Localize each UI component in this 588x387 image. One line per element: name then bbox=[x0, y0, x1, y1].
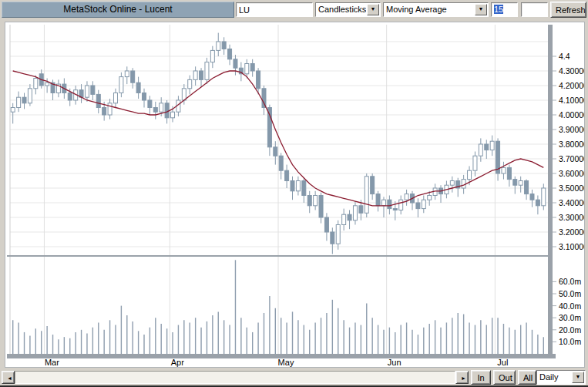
scrollbar-right-button[interactable]: ► bbox=[455, 371, 469, 384]
candle-body bbox=[302, 181, 306, 196]
candle-body bbox=[274, 147, 277, 156]
candle-body bbox=[85, 86, 89, 97]
bottom-toolbar: ◄ ► In Out All Daily ▼ bbox=[0, 368, 588, 387]
volume-axis-label: 10.0m bbox=[559, 337, 581, 346]
month-label: Jul bbox=[497, 358, 508, 367]
right-axis-strip bbox=[548, 25, 553, 358]
indicator-select[interactable]: Moving Average ▼ bbox=[383, 2, 489, 17]
candle-body bbox=[473, 156, 477, 170]
candle-body bbox=[376, 194, 380, 206]
candle-body bbox=[405, 194, 408, 200]
interval-value: Daily bbox=[537, 371, 571, 384]
candle-body bbox=[125, 71, 129, 77]
candle-body bbox=[267, 108, 271, 147]
month-label: Mar bbox=[45, 358, 59, 367]
candle-body bbox=[399, 200, 403, 210]
chevron-down-icon[interactable]: ▼ bbox=[475, 4, 487, 15]
candle-body bbox=[336, 225, 340, 244]
candle-body bbox=[371, 177, 375, 194]
candle-body bbox=[34, 79, 38, 89]
candle-body bbox=[165, 103, 169, 118]
zoom-all-button[interactable]: All bbox=[518, 370, 536, 385]
arrow-right-icon: ► bbox=[461, 375, 466, 381]
candle-body bbox=[131, 71, 135, 82]
candle-body bbox=[143, 93, 146, 101]
candle-body bbox=[324, 217, 328, 232]
chevron-down-icon[interactable]: ▼ bbox=[367, 4, 379, 15]
window-title: MetaStock Online - Lucent bbox=[2, 2, 234, 18]
candle-body bbox=[148, 100, 152, 108]
price-axis-label: 3.70000 bbox=[559, 154, 584, 163]
candle-body bbox=[314, 196, 318, 206]
chart-panel: 4.44.300004.200004.100004.000003.900003.… bbox=[5, 22, 585, 368]
candle-body bbox=[536, 200, 539, 206]
price-axis-label: 4.4 bbox=[559, 52, 570, 61]
price-axis-label: 4.10000 bbox=[559, 96, 584, 105]
price-axis-label: 3.50000 bbox=[559, 183, 584, 193]
price-axis-label: 3.30000 bbox=[559, 213, 584, 222]
candle-body bbox=[222, 42, 226, 49]
price-axis-label: 3.10000 bbox=[559, 242, 584, 251]
candle-body bbox=[210, 50, 214, 62]
candle-body bbox=[348, 214, 351, 220]
scrollbar-track[interactable] bbox=[15, 371, 455, 384]
candle-body bbox=[513, 180, 517, 186]
candle-body bbox=[393, 209, 397, 210]
candle-body bbox=[331, 232, 334, 244]
chevron-down-icon[interactable]: ▼ bbox=[572, 372, 584, 383]
price-axis-label: 3.40000 bbox=[559, 198, 584, 207]
scrollbar-left-button[interactable]: ◄ bbox=[2, 371, 15, 384]
price-volume-chart: 4.44.300004.200004.100004.000003.900003.… bbox=[5, 22, 584, 367]
candle-body bbox=[113, 93, 117, 103]
price-axis-label: 3.90000 bbox=[559, 125, 584, 134]
candle-body bbox=[490, 141, 494, 150]
candle-body bbox=[296, 181, 300, 191]
scrollbar-thumb[interactable] bbox=[15, 372, 455, 383]
candle-body bbox=[102, 108, 106, 116]
month-label: May bbox=[278, 358, 294, 367]
price-axis-label: 3.60000 bbox=[559, 169, 584, 178]
application-window: MetaStock Online - Lucent Candlesticks ▼… bbox=[0, 0, 588, 387]
candle-body bbox=[45, 82, 49, 86]
candle-body bbox=[257, 71, 260, 89]
symbol-input[interactable] bbox=[236, 2, 313, 17]
candle-body bbox=[279, 156, 283, 170]
candle-body bbox=[182, 89, 186, 100]
param-input[interactable] bbox=[521, 2, 548, 17]
candle-body bbox=[291, 181, 294, 191]
chart-type-value: Candlesticks bbox=[316, 3, 366, 16]
candle-body bbox=[422, 200, 425, 208]
candle-body bbox=[22, 97, 26, 103]
interval-select[interactable]: Daily ▼ bbox=[536, 370, 586, 385]
candle-body bbox=[188, 79, 192, 88]
candle-body bbox=[342, 214, 346, 224]
candle-body bbox=[200, 71, 203, 79]
candle-body bbox=[359, 206, 363, 214]
candle-body bbox=[17, 97, 21, 107]
candle-body bbox=[250, 64, 254, 72]
chart-type-select[interactable]: Candlesticks ▼ bbox=[315, 2, 381, 17]
zoom-in-button[interactable]: In bbox=[471, 370, 491, 385]
candle-body bbox=[119, 77, 123, 93]
candle-body bbox=[416, 203, 420, 209]
indicator-value: Moving Average bbox=[384, 3, 474, 16]
candle-body bbox=[485, 144, 489, 150]
candle-body bbox=[108, 103, 112, 115]
candle-body bbox=[234, 59, 237, 68]
refresh-button[interactable]: Refresh bbox=[550, 2, 586, 18]
zoom-out-button[interactable]: Out bbox=[493, 370, 516, 385]
candle-body bbox=[228, 49, 232, 59]
candle-body bbox=[542, 188, 546, 206]
candle-body bbox=[171, 112, 175, 118]
candle-body bbox=[507, 167, 511, 179]
month-label: Jun bbox=[388, 358, 402, 367]
candle-body bbox=[68, 93, 72, 101]
candle-body bbox=[519, 181, 522, 186]
price-axis-label: 4.20000 bbox=[559, 81, 584, 90]
volume-axis-label: 30.0m bbox=[559, 313, 581, 322]
candle-body bbox=[91, 86, 95, 94]
candle-body bbox=[468, 170, 472, 179]
candle-body bbox=[502, 167, 506, 173]
period-input[interactable]: 15 bbox=[491, 2, 518, 17]
candle-body bbox=[462, 180, 465, 188]
